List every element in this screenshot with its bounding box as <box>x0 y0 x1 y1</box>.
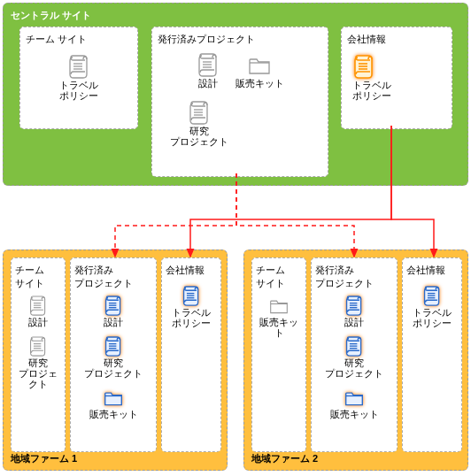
folder-icon <box>104 388 123 409</box>
farm-2-title: 地域ファーム 2 <box>251 452 318 465</box>
item-label: 設計 <box>344 317 364 327</box>
scroll-icon <box>352 55 375 80</box>
scroll-icon <box>28 296 48 317</box>
scroll-icon <box>344 296 364 317</box>
scroll-icon <box>197 53 220 78</box>
item-label: 研究プロジェクト <box>325 357 383 379</box>
farm2-col-team: チームサイト 販売キット <box>251 257 306 452</box>
col-title: 会社情報 <box>166 264 217 277</box>
company-item: トラベルポリシー <box>352 55 446 101</box>
col-title: 会社情報 <box>406 264 458 277</box>
item-label: 販売キット <box>236 78 284 88</box>
item-label: トラベルポリシー <box>352 80 391 101</box>
central-company-title: 会社情報 <box>347 33 446 46</box>
list-item: 研究プロジェクト <box>15 336 61 389</box>
central-company-box: 会社情報 トラベルポリシー <box>341 27 452 129</box>
farm-1-title: 地域ファーム 1 <box>11 452 77 465</box>
scroll-icon <box>67 55 90 80</box>
list-item: 販売キット <box>315 388 393 419</box>
item-label: トラベルポリシー <box>172 307 211 328</box>
list-item: 研究プロジェクト <box>315 336 393 379</box>
item-label: 販売キット <box>89 409 138 419</box>
farm2-col-company: 会社情報 トラベルポリシー <box>402 257 462 452</box>
col-title: チームサイト <box>256 264 302 290</box>
list-item: トラベルポリシー <box>166 286 217 328</box>
farm1-col-team: チームサイト 設計 研究プロジェクト <box>11 257 66 452</box>
scroll-icon <box>28 336 48 357</box>
central-team-title: チーム サイト <box>26 33 132 46</box>
published-item: 販売キット <box>236 53 284 88</box>
item-label: 販売キット <box>256 317 302 338</box>
published-item: 設計 <box>197 53 220 88</box>
col-title: チームサイト <box>15 264 61 290</box>
list-item: 設計 <box>315 296 393 327</box>
col-title: 発行済みプロジェクト <box>74 264 152 290</box>
list-item: トラベルポリシー <box>406 286 458 328</box>
list-item: 設計 <box>74 296 152 327</box>
list-item: 販売キット <box>74 388 152 419</box>
published-item: 研究プロジェクト <box>170 101 228 147</box>
item-label: 研究プロジェクト <box>170 126 228 147</box>
item-label: 設計 <box>198 78 218 88</box>
scroll-icon <box>104 296 123 317</box>
col-title: 発行済みプロジェクト <box>315 264 393 290</box>
item-label: 研究プロジェクト <box>84 357 143 379</box>
farm1-col-published: 発行済みプロジェクト 設計 研究プロジェクト 販売キット <box>70 257 157 452</box>
scroll-icon <box>422 286 442 307</box>
scroll-icon <box>188 101 211 126</box>
farm1-col-company: 会社情報 トラベルポリシー <box>161 257 221 452</box>
scroll-icon <box>104 336 123 357</box>
farm2-col-published: 発行済みプロジェクト 設計 研究プロジェクト 販売キット <box>311 257 398 452</box>
central-published-box: 発行済みプロジェクト 設計 販売キット 研究プロジェクト <box>151 27 328 177</box>
item-label: 研究プロジェクト <box>15 357 61 389</box>
item-label: トラベルポリシー <box>413 307 452 328</box>
central-team-box: チーム サイト トラベルポリシー <box>19 27 138 129</box>
folder-icon <box>269 296 289 317</box>
list-item: 設計 <box>15 296 61 327</box>
list-item: 研究プロジェクト <box>74 336 152 379</box>
folder-icon <box>248 53 271 78</box>
central-title: セントラル サイト <box>11 9 462 22</box>
central-published-title: 発行済みプロジェクト <box>158 33 322 46</box>
item-label: 設計 <box>28 317 48 327</box>
farm-2-container: チームサイト 販売キット 発行済みプロジェクト 設計 研究プロジェクト 販売キッ… <box>243 250 468 471</box>
scroll-icon <box>344 336 364 357</box>
list-item: 販売キット <box>256 296 302 338</box>
item-label: 販売キット <box>330 409 379 419</box>
item-label: 設計 <box>104 317 123 327</box>
scroll-icon <box>181 286 201 307</box>
farm-1-container: チームサイト 設計 研究プロジェクト 発行済みプロジェクト 設計 研究プロジェク… <box>3 250 228 471</box>
item-label: トラベルポリシー <box>59 80 98 101</box>
central-site-container: セントラル サイト チーム サイト トラベルポリシー 発行済みプロジェクト 設計… <box>3 3 468 186</box>
central-team-item: トラベルポリシー <box>26 55 132 101</box>
folder-icon <box>344 388 364 409</box>
